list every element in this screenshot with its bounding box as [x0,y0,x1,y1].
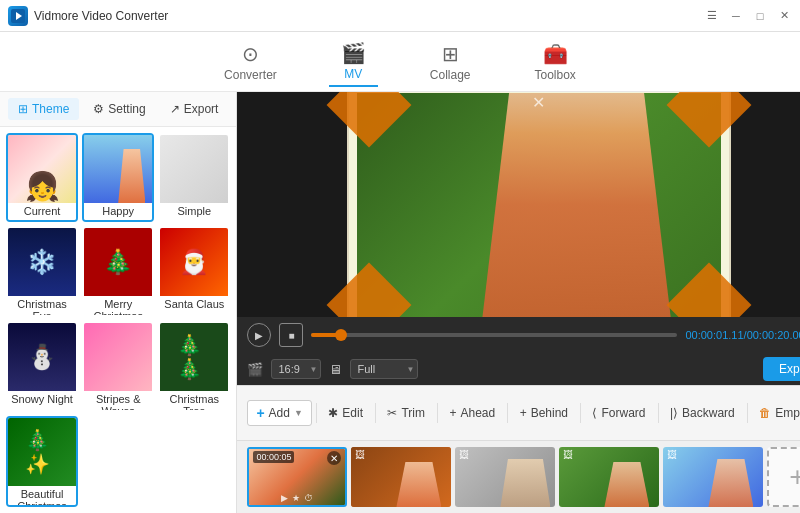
theme-label-happy: Happy [84,203,152,220]
theme-label-snowy-night: Snowy Night [8,391,76,408]
window-controls: ☰ ─ □ ✕ [704,8,792,24]
menu-button[interactable]: ☰ [704,8,720,24]
photo-frame-border [349,92,729,317]
film-item-3[interactable]: 🖼 [455,447,555,507]
setting-icon: ⚙ [93,102,104,116]
forward-icon: ⟨ [592,406,597,420]
progress-bar[interactable] [311,333,677,337]
theme-item-christmas-eve[interactable]: Christmas Eve [6,226,78,317]
backward-button[interactable]: |⟩ Backward [662,402,743,424]
film-controls-1: ▶ ★ ⏱ [281,493,313,503]
quality-select[interactable]: Full High Medium [350,359,418,379]
film-item-2[interactable]: 🖼 [351,447,451,507]
stop-button[interactable]: ■ [279,323,303,347]
behind-button[interactable]: + Behind [512,402,576,424]
main-content: ⊞ Theme ⚙ Setting ↗ Export Current ✓ [0,92,800,513]
app-logo [8,6,28,26]
quality-wrapper: Full High Medium [350,359,418,379]
filmstrip: 00:00:05 ✕ ▶ ★ ⏱ 🖼 [237,441,800,513]
theme-item-christmas-tree[interactable]: Christmas Tree [158,321,230,412]
edit-button[interactable]: ✱ Edit [320,402,371,424]
nav-toolbox[interactable]: 🧰 Toolbox [523,38,588,86]
video-icon: 🎬 [247,362,263,377]
theme-icon: ⊞ [18,102,28,116]
add-media-button[interactable]: + [767,447,800,507]
film-image-icon-5: 🖼 [667,449,677,460]
plus-icon: + [256,405,264,421]
maximize-button[interactable]: □ [752,8,768,24]
nav-collage-label: Collage [430,68,471,82]
playback-bar: ▶ ■ 00:00:01.11/00:00:20.00 🔊 [237,317,800,353]
ratio-wrapper: 16:9 4:3 1:1 [271,359,321,379]
setting-label: Setting [108,102,145,116]
add-button[interactable]: + Add ▼ [247,400,311,426]
film-clock-1[interactable]: ⏱ [304,493,313,503]
theme-item-stripes-waves[interactable]: Stripes & Waves [82,321,154,412]
export-icon: ↗ [170,102,180,116]
export-button-left[interactable]: ↗ Export [160,98,229,120]
add-media-icon: + [789,461,800,493]
progress-thumb [335,329,347,341]
theme-label-beautiful-christmas: Beautiful Christmas [8,486,76,507]
film-item-5[interactable]: 🖼 [663,447,763,507]
film-play-1[interactable]: ▶ [281,493,288,503]
nav-mv[interactable]: 🎬 MV [329,37,378,87]
theme-item-current[interactable]: Current [6,133,78,222]
theme-item-santa-claus[interactable]: Santa Claus [158,226,230,317]
close-button[interactable]: ✕ [776,8,792,24]
setting-button[interactable]: ⚙ Setting [83,98,155,120]
close-overlay[interactable]: ✕ [532,93,545,112]
theme-label: Theme [32,102,69,116]
nav-mv-label: MV [344,67,362,81]
film-item-1[interactable]: 00:00:05 ✕ ▶ ★ ⏱ [247,447,347,507]
theme-label-current: Current [8,203,76,220]
minimize-button[interactable]: ─ [728,8,744,24]
theme-label-simple: Simple [160,203,228,220]
film-image-icon-3: 🖼 [459,449,469,460]
collage-icon: ⊞ [442,42,459,66]
film-duration-1: 00:00:05 [253,451,294,463]
theme-label-christmas-eve: Christmas Eve [8,296,76,317]
empty-button[interactable]: 🗑 Empty [751,402,800,424]
forward-button[interactable]: ⟨ Forward [584,402,653,424]
ratio-select[interactable]: 16:9 4:3 1:1 [271,359,321,379]
toolbox-icon: 🧰 [543,42,568,66]
ahead-icon: + [449,406,456,420]
theme-item-merry-christmas[interactable]: Merry Christmas [82,226,154,317]
format-bar: 🎬 16:9 4:3 1:1 🖥 Full High Medium Export [237,353,800,385]
theme-grid: Current ✓ Happy Simple Christmas Eve [0,127,236,513]
export-button[interactable]: Export [763,357,800,381]
app-title: Vidmore Video Converter [34,9,704,23]
theme-label-christmas-tree: Christmas Tree [160,391,228,412]
left-panel: ⊞ Theme ⚙ Setting ↗ Export Current ✓ [0,92,237,513]
backward-icon: |⟩ [670,406,678,420]
time-display: 00:00:01.11/00:00:20.00 [685,329,800,341]
export-label: Export [184,102,219,116]
theme-label-merry-christmas: Merry Christmas [84,296,152,317]
titlebar: Vidmore Video Converter ☰ ─ □ ✕ [0,0,800,32]
nav-converter-label: Converter [224,68,277,82]
film-image-icon-4: 🖼 [563,449,573,460]
ahead-button[interactable]: + Ahead [441,402,503,424]
theme-item-beautiful-christmas[interactable]: Beautiful Christmas [6,416,78,507]
play-button[interactable]: ▶ [247,323,271,347]
right-panel: ✕ ▶ ■ 00:00:01.11/00:00:20.00 🔊 🎬 16:9 [237,92,800,513]
theme-button[interactable]: ⊞ Theme [8,98,79,120]
theme-item-snowy-night[interactable]: Snowy Night [6,321,78,412]
behind-icon: + [520,406,527,420]
nav-toolbox-label: Toolbox [535,68,576,82]
nav-converter[interactable]: ⊙ Converter [212,38,289,86]
left-toolbar: ⊞ Theme ⚙ Setting ↗ Export [0,92,236,127]
film-star-1[interactable]: ★ [292,493,300,503]
theme-item-happy[interactable]: ✓ Happy [82,133,154,222]
edit-icon: ✱ [328,406,338,420]
trim-button[interactable]: ✂ Trim [379,402,433,424]
nav-collage[interactable]: ⊞ Collage [418,38,483,86]
trash-icon: 🗑 [759,406,771,420]
top-navigation: ⊙ Converter 🎬 MV ⊞ Collage 🧰 Toolbox [0,32,800,92]
theme-item-simple[interactable]: Simple [158,133,230,222]
screen-icon: 🖥 [329,362,342,377]
film-item-4[interactable]: 🖼 [559,447,659,507]
add-dropdown-arrow: ▼ [294,408,303,418]
theme-label-stripes-waves: Stripes & Waves [84,391,152,412]
